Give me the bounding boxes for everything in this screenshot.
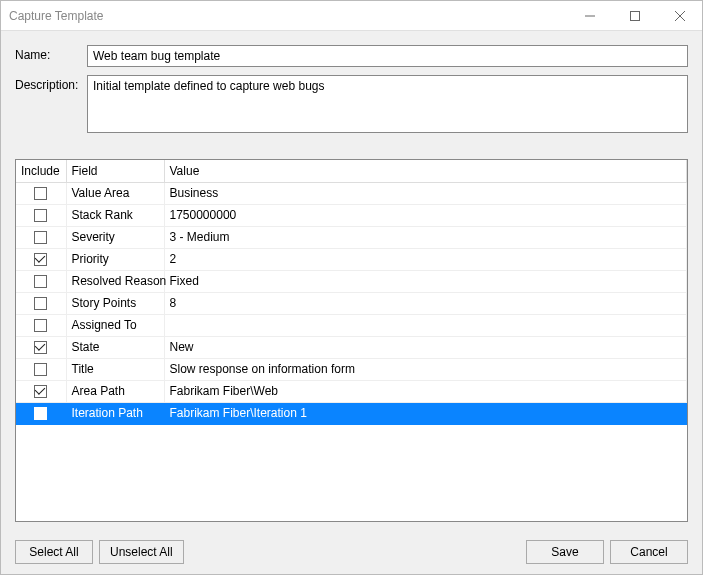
cell-field: Story Points [66, 292, 164, 314]
cell-include[interactable] [16, 204, 66, 226]
cell-include[interactable] [16, 292, 66, 314]
cell-field: Stack Rank [66, 204, 164, 226]
description-label: Description: [15, 75, 87, 92]
table-row[interactable]: Assigned To [16, 314, 687, 336]
button-row: Select All Unselect All Save Cancel [15, 530, 688, 564]
titlebar: Capture Template [1, 1, 702, 31]
cell-include[interactable] [16, 248, 66, 270]
table-row[interactable]: Severity3 - Medium [16, 226, 687, 248]
cell-value: Slow response on information form [164, 358, 687, 380]
include-checkbox[interactable] [34, 209, 47, 222]
maximize-button[interactable] [612, 1, 657, 30]
window-title: Capture Template [9, 9, 567, 23]
include-checkbox[interactable] [34, 297, 47, 310]
cell-field: Value Area [66, 182, 164, 204]
save-button[interactable]: Save [526, 540, 604, 564]
table-row[interactable]: Priority2 [16, 248, 687, 270]
minimize-button[interactable] [567, 1, 612, 30]
minimize-icon [585, 11, 595, 21]
include-checkbox[interactable] [34, 363, 47, 376]
cell-include[interactable] [16, 182, 66, 204]
cancel-button[interactable]: Cancel [610, 540, 688, 564]
cell-include[interactable] [16, 336, 66, 358]
include-checkbox[interactable] [34, 231, 47, 244]
cell-value: Business [164, 182, 687, 204]
cell-value [164, 314, 687, 336]
header-field[interactable]: Field [66, 160, 164, 182]
description-row: Description: [15, 75, 688, 133]
name-row: Name: [15, 45, 688, 67]
dialog-window: Capture Template Name: Description: [0, 0, 703, 575]
header-value[interactable]: Value [164, 160, 687, 182]
fields-grid: Include Field Value Value AreaBusinessSt… [15, 159, 688, 522]
cell-field: Iteration Path [66, 402, 164, 424]
name-input[interactable] [87, 45, 688, 67]
cell-value: New [164, 336, 687, 358]
cell-include[interactable] [16, 226, 66, 248]
include-checkbox[interactable] [34, 407, 47, 420]
table-row[interactable]: Stack Rank1750000000 [16, 204, 687, 226]
cell-field: Area Path [66, 380, 164, 402]
table-row[interactable]: Resolved ReasonFixed [16, 270, 687, 292]
svg-rect-1 [630, 11, 639, 20]
select-all-button[interactable]: Select All [15, 540, 93, 564]
table-header-row: Include Field Value [16, 160, 687, 182]
cell-field: State [66, 336, 164, 358]
include-checkbox[interactable] [34, 385, 47, 398]
table-row[interactable]: Story Points8 [16, 292, 687, 314]
include-checkbox[interactable] [34, 275, 47, 288]
maximize-icon [630, 11, 640, 21]
cell-value: Fabrikam Fiber\Web [164, 380, 687, 402]
description-input[interactable] [87, 75, 688, 133]
include-checkbox[interactable] [34, 187, 47, 200]
cell-include[interactable] [16, 402, 66, 424]
include-checkbox[interactable] [34, 341, 47, 354]
cell-value: 3 - Medium [164, 226, 687, 248]
cell-include[interactable] [16, 270, 66, 292]
close-icon [675, 11, 685, 21]
name-label: Name: [15, 45, 87, 62]
include-checkbox[interactable] [34, 319, 47, 332]
header-include[interactable]: Include [16, 160, 66, 182]
cell-field: Assigned To [66, 314, 164, 336]
cell-field: Priority [66, 248, 164, 270]
include-checkbox[interactable] [34, 253, 47, 266]
cell-value: 8 [164, 292, 687, 314]
cell-field: Resolved Reason [66, 270, 164, 292]
fields-table: Include Field Value Value AreaBusinessSt… [16, 160, 687, 425]
spacer [190, 540, 520, 564]
dialog-content: Name: Description: Include Field Value [1, 31, 702, 574]
table-row[interactable]: TitleSlow response on information form [16, 358, 687, 380]
cell-field: Severity [66, 226, 164, 248]
window-controls [567, 1, 702, 30]
cell-include[interactable] [16, 380, 66, 402]
cell-value: Fabrikam Fiber\Iteration 1 [164, 402, 687, 424]
unselect-all-button[interactable]: Unselect All [99, 540, 184, 564]
cell-value: 1750000000 [164, 204, 687, 226]
cell-include[interactable] [16, 314, 66, 336]
cell-field: Title [66, 358, 164, 380]
table-row[interactable]: Value AreaBusiness [16, 182, 687, 204]
cell-include[interactable] [16, 358, 66, 380]
table-row[interactable]: Iteration PathFabrikam Fiber\Iteration 1 [16, 402, 687, 424]
close-button[interactable] [657, 1, 702, 30]
cell-value: 2 [164, 248, 687, 270]
cell-value: Fixed [164, 270, 687, 292]
table-row[interactable]: Area PathFabrikam Fiber\Web [16, 380, 687, 402]
table-row[interactable]: StateNew [16, 336, 687, 358]
